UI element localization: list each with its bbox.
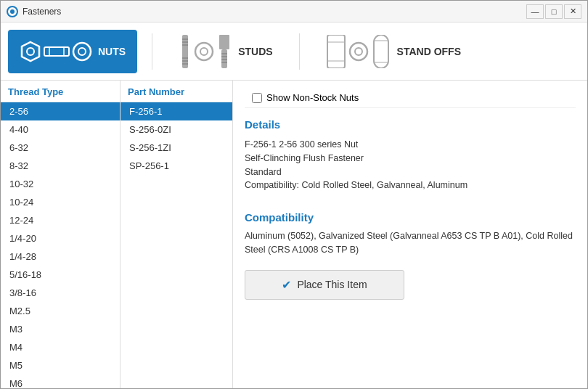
thread-item-3-8-16[interactable]: 3/8-16	[1, 284, 120, 302]
details-panel: Show Non-Stock Nuts Details F-256-1 2-56…	[233, 81, 587, 388]
standoff-icon-2	[348, 41, 369, 62]
app-icon	[7, 6, 18, 17]
thread-type-panel: Thread Type 2-56 4-40 6-32 8-32 10-32 10…	[1, 81, 121, 388]
studs-icons	[179, 35, 232, 68]
thread-type-header: Thread Type	[1, 81, 120, 102]
part-item-s-256-1zi[interactable]: S-256-1ZI	[121, 139, 232, 157]
tab-divider-2	[299, 33, 300, 70]
thread-item-10-32[interactable]: 10-32	[1, 175, 120, 193]
tab-studs[interactable]: STUDS	[167, 30, 284, 73]
part-number-panel: Part Number F-256-1 S-256-0ZI S-256-1ZI …	[121, 81, 233, 388]
hex-nut-icon	[20, 41, 41, 62]
close-button[interactable]: ✕	[564, 4, 581, 19]
tab-nuts-label: NUTS	[98, 46, 126, 57]
thread-item-12-24[interactable]: 12-24	[1, 211, 120, 229]
svg-point-28	[355, 48, 362, 55]
place-item-label: Place This Item	[297, 279, 367, 290]
check-icon: ✔	[282, 278, 291, 292]
stud-icon-1	[179, 35, 192, 68]
minimize-button[interactable]: —	[526, 4, 544, 19]
thread-item-4-40[interactable]: 4-40	[1, 120, 120, 139]
thread-item-10-24[interactable]: 10-24	[1, 193, 120, 211]
thread-item-1-4-28[interactable]: 1/4-28	[1, 247, 120, 266]
svg-rect-29	[374, 35, 388, 68]
svg-marker-2	[22, 42, 39, 61]
part-item-sp-256-1[interactable]: SP-256-1	[121, 157, 232, 175]
window-controls: — □ ✕	[526, 4, 581, 19]
tab-studs-label: STUDS	[238, 46, 272, 57]
nuts-icons	[20, 41, 92, 62]
non-stock-checkbox[interactable]	[252, 93, 262, 103]
part-number-list: F-256-1 S-256-0ZI S-256-1ZI SP-256-1	[121, 102, 232, 388]
thread-item-8-32[interactable]: 8-32	[1, 157, 120, 175]
stud-icon-3	[216, 35, 232, 68]
tab-nuts[interactable]: NUTS	[8, 30, 137, 73]
long-nut-icon	[44, 46, 70, 57]
compatibility-text: Aluminum (5052), Galvanized Steel (Galva…	[245, 229, 576, 257]
detail-line-3: Standard	[245, 165, 576, 179]
thread-item-1-4-20[interactable]: 1/4-20	[1, 229, 120, 247]
svg-point-27	[350, 43, 367, 60]
standoffs-icons	[326, 35, 391, 68]
thread-item-m4[interactable]: M4	[1, 338, 120, 356]
thread-item-6-32[interactable]: 6-32	[1, 139, 120, 157]
svg-rect-4	[44, 47, 69, 56]
svg-rect-9	[182, 35, 188, 68]
title-bar: Fasteners — □ ✕	[1, 1, 587, 22]
part-item-f-256-1[interactable]: F-256-1	[121, 102, 232, 120]
tab-divider-1	[152, 33, 152, 70]
svg-rect-18	[219, 35, 229, 49]
part-item-s-256-0zi[interactable]: S-256-0ZI	[121, 120, 232, 139]
main-content: Thread Type 2-56 4-40 6-32 8-32 10-32 10…	[1, 81, 587, 388]
svg-rect-24	[327, 35, 345, 68]
tab-standoffs-label: STAND OFFS	[397, 46, 461, 57]
thread-item-m6[interactable]: M6	[1, 374, 120, 388]
details-section: Details F-256-1 2-56 300 series Nut Self…	[245, 108, 576, 200]
standoff-icon-3	[371, 35, 391, 68]
compatibility-title: Compatibility	[245, 211, 576, 224]
round-nut-icon	[72, 41, 92, 62]
standoff-icon-1	[326, 35, 346, 68]
title-bar-left: Fasteners	[7, 6, 61, 17]
thread-item-2-56[interactable]: 2-56	[1, 102, 120, 120]
svg-point-16	[195, 43, 213, 60]
svg-point-7	[73, 43, 91, 60]
detail-line-1: F-256-1 2-56 300 series Nut	[245, 138, 576, 152]
stud-icon-2	[194, 41, 214, 62]
thread-item-m3[interactable]: M3	[1, 320, 120, 338]
svg-rect-19	[221, 49, 227, 68]
main-window: Fasteners — □ ✕	[0, 0, 588, 389]
detail-line-4: Compatibility: Cold Rolled Steel, Galvan…	[245, 179, 576, 192]
detail-line-2: Self-Clinching Flush Fastener	[245, 152, 576, 165]
tab-bar: NUTS	[1, 22, 587, 81]
svg-point-17	[200, 48, 208, 55]
svg-point-8	[78, 48, 86, 55]
maximize-button[interactable]: □	[545, 4, 563, 19]
thread-type-list: 2-56 4-40 6-32 8-32 10-32 10-24 12-24 1/…	[1, 102, 120, 388]
place-item-button[interactable]: ✔ Place This Item	[245, 270, 404, 300]
thread-item-m5[interactable]: M5	[1, 356, 120, 374]
part-number-header: Part Number	[121, 81, 232, 102]
compatibility-section: Compatibility Aluminum (5052), Galvanize…	[245, 211, 576, 257]
non-stock-label[interactable]: Show Non-Stock Nuts	[266, 92, 359, 103]
details-title: Details	[245, 118, 576, 131]
tab-standoffs[interactable]: STAND OFFS	[314, 30, 473, 73]
svg-point-3	[27, 48, 34, 55]
window-title: Fasteners	[23, 7, 61, 17]
svg-point-1	[10, 9, 15, 14]
non-stock-row: Show Non-Stock Nuts	[245, 88, 576, 108]
thread-item-5-16-18[interactable]: 5/16-18	[1, 266, 120, 284]
thread-item-m2-5[interactable]: M2.5	[1, 302, 120, 320]
